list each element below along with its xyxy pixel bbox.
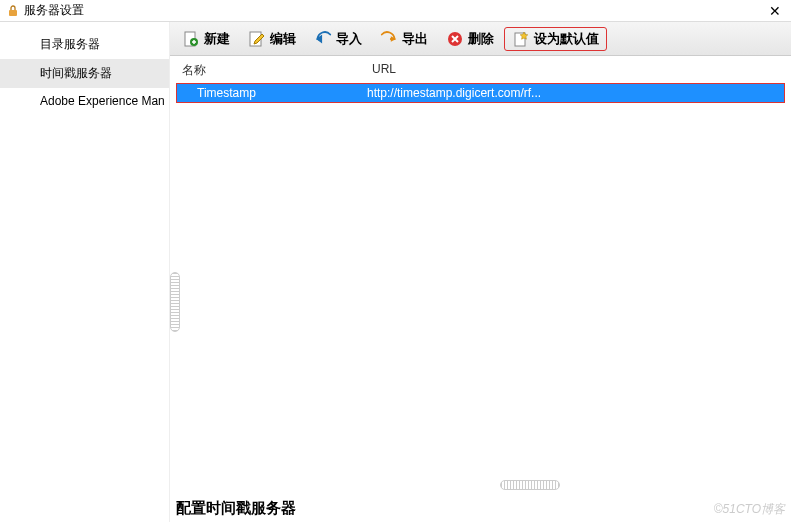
row-url: http://timestamp.digicert.com/rf...	[367, 86, 784, 100]
import-label: 导入	[336, 30, 362, 48]
export-icon	[380, 30, 398, 48]
sidebar-item-timestamp-servers[interactable]: 时间戳服务器	[0, 59, 169, 88]
server-row[interactable]: Timestamp http://timestamp.digicert.com/…	[177, 84, 784, 102]
export-button[interactable]: 导出	[372, 27, 436, 51]
sidebar-item-label: 时间戳服务器	[40, 66, 112, 80]
splitter-vertical[interactable]	[170, 272, 180, 332]
watermark: ©51CTO博客	[714, 501, 785, 518]
window-title: 服务器设置	[24, 2, 84, 19]
set-default-button[interactable]: 设为默认值	[504, 27, 607, 51]
server-list: Timestamp http://timestamp.digicert.com/…	[176, 83, 785, 103]
edit-icon	[248, 30, 266, 48]
sidebar-item-directory-servers[interactable]: 目录服务器	[0, 30, 169, 59]
title-bar: 服务器设置 ✕	[0, 0, 791, 22]
set-default-label: 设为默认值	[534, 30, 599, 48]
new-button[interactable]: 新建	[174, 27, 238, 51]
sidebar-item-label: 目录服务器	[40, 37, 100, 51]
import-icon	[314, 30, 332, 48]
splitter-horizontal[interactable]	[500, 480, 560, 490]
import-button[interactable]: 导入	[306, 27, 370, 51]
column-header-url[interactable]: URL	[372, 62, 785, 79]
sidebar-item-label: Adobe Experience Man	[40, 94, 165, 108]
detail-heading: 配置时间戳服务器	[176, 499, 296, 518]
toolbar: 新建 编辑 导入 导出	[170, 22, 791, 56]
edit-button[interactable]: 编辑	[240, 27, 304, 51]
column-headers: 名称 URL	[170, 56, 791, 83]
column-header-name[interactable]: 名称	[176, 62, 372, 79]
row-name: Timestamp	[177, 86, 367, 100]
main-panel: 新建 编辑 导入 导出	[170, 22, 791, 522]
delete-label: 删除	[468, 30, 494, 48]
close-button[interactable]: ✕	[765, 4, 785, 18]
lock-icon	[6, 4, 20, 18]
star-icon	[512, 30, 530, 48]
edit-label: 编辑	[270, 30, 296, 48]
export-label: 导出	[402, 30, 428, 48]
sidebar-item-adobe-experience-manager[interactable]: Adobe Experience Man	[0, 88, 169, 114]
delete-icon	[446, 30, 464, 48]
svg-rect-0	[9, 10, 17, 16]
new-label: 新建	[204, 30, 230, 48]
sidebar: 目录服务器 时间戳服务器 Adobe Experience Man	[0, 22, 170, 522]
new-icon	[182, 30, 200, 48]
delete-button[interactable]: 删除	[438, 27, 502, 51]
